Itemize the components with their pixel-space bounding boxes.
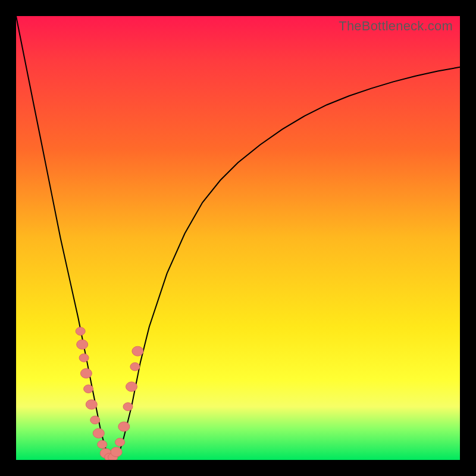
data-bead: [76, 327, 85, 336]
data-bead: [132, 346, 143, 356]
data-bead: [118, 422, 130, 431]
curve-line: [16, 16, 460, 460]
bead-group: [76, 327, 143, 460]
plot-area: TheBottleneck.com: [16, 16, 460, 460]
data-bead: [90, 416, 100, 424]
data-bead: [98, 440, 107, 449]
data-bead: [111, 447, 122, 457]
data-bead: [80, 368, 92, 378]
data-bead: [115, 438, 125, 446]
data-bead: [126, 382, 137, 392]
data-bead: [86, 400, 97, 409]
data-bead: [130, 363, 140, 371]
data-bead: [79, 354, 89, 362]
data-bead: [93, 428, 104, 438]
bottleneck-curve: [16, 16, 460, 460]
data-bead: [84, 385, 93, 393]
data-bead: [123, 403, 133, 411]
data-bead: [77, 340, 88, 349]
